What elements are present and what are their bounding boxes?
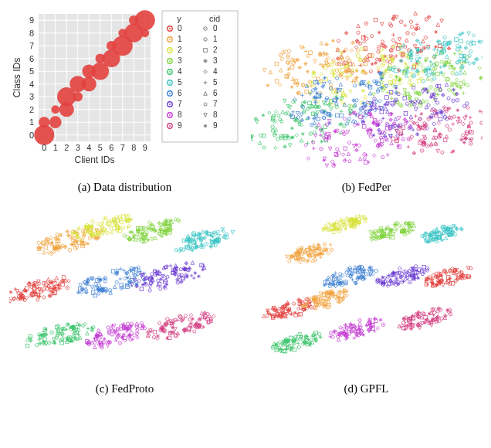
svg-marker-199	[364, 37, 367, 41]
svg-point-3120	[120, 325, 121, 326]
svg-marker-700	[386, 66, 390, 70]
svg-rect-1870	[443, 138, 447, 142]
svg-marker-363	[278, 83, 282, 87]
svg-text:6: 6	[29, 54, 33, 63]
svg-marker-3165	[132, 334, 136, 338]
svg-rect-2893	[111, 270, 115, 273]
caption-d: (d) GPFL	[344, 382, 389, 395]
svg-point-1631	[375, 121, 376, 122]
svg-marker-1779	[461, 122, 465, 126]
svg-text:Class IDs: Class IDs	[12, 58, 22, 97]
svg-point-139	[391, 50, 391, 51]
svg-marker-549	[363, 95, 367, 99]
svg-marker-1886	[46, 277, 50, 281]
svg-marker-1503	[385, 110, 389, 114]
svg-marker-3041	[179, 267, 182, 270]
svg-marker-2257	[120, 220, 123, 223]
svg-marker-2171	[42, 250, 46, 254]
svg-marker-1370	[435, 101, 439, 104]
svg-marker-1530	[346, 131, 350, 134]
svg-marker-1730	[445, 124, 448, 128]
svg-marker-639	[320, 72, 323, 76]
svg-point-1695	[402, 139, 403, 140]
svg-point-2211	[92, 221, 93, 222]
svg-marker-3513	[292, 302, 295, 305]
svg-marker-2929	[115, 280, 118, 284]
svg-point-2494	[49, 342, 49, 343]
svg-marker-3228	[107, 326, 110, 330]
svg-point-1009	[428, 75, 428, 76]
svg-marker-3643	[327, 252, 330, 256]
svg-text:2: 2	[213, 46, 218, 54]
svg-marker-4303	[408, 269, 411, 273]
svg-marker-2545	[85, 331, 89, 335]
svg-point-3515	[281, 308, 282, 309]
svg-point-3865	[378, 230, 379, 231]
svg-marker-1532	[343, 159, 347, 163]
svg-point-1468	[362, 122, 363, 123]
svg-marker-2679	[174, 248, 177, 251]
svg-point-1484	[387, 104, 388, 104]
svg-marker-2070	[55, 232, 58, 236]
svg-marker-3464	[296, 307, 300, 311]
svg-rect-1460	[404, 112, 408, 116]
svg-marker-4186	[344, 281, 347, 285]
svg-marker-2587	[76, 328, 80, 332]
svg-point-1153	[434, 78, 435, 79]
svg-marker-353	[268, 70, 272, 74]
svg-marker-1533	[347, 141, 350, 144]
svg-rect-2160	[44, 246, 48, 249]
svg-marker-182	[439, 19, 443, 23]
svg-marker-135	[410, 25, 413, 29]
svg-point-4463	[382, 324, 383, 325]
svg-marker-200	[391, 39, 395, 42]
svg-marker-3214	[97, 329, 100, 332]
svg-marker-1857	[455, 120, 459, 124]
svg-text:7: 7	[213, 100, 218, 108]
svg-rect-801	[435, 72, 439, 76]
chart-gpfl	[251, 202, 483, 378]
svg-rect-1017	[454, 38, 458, 42]
svg-point-1766	[422, 150, 422, 151]
svg-point-4161	[442, 227, 442, 228]
svg-text:4: 4	[178, 67, 182, 76]
svg-rect-358	[290, 66, 294, 70]
svg-marker-3229	[123, 339, 127, 343]
svg-marker-3339	[192, 330, 195, 333]
svg-marker-2732	[201, 230, 205, 234]
svg-marker-305	[279, 69, 283, 73]
svg-marker-2959	[148, 289, 151, 293]
svg-marker-592	[398, 81, 401, 84]
svg-marker-1301	[372, 80, 375, 83]
svg-point-957	[336, 106, 337, 107]
svg-point-482	[360, 59, 361, 60]
svg-marker-4758	[441, 283, 445, 287]
svg-marker-1546	[397, 117, 401, 120]
svg-point-2622	[72, 339, 73, 340]
svg-point-366	[347, 69, 348, 70]
svg-marker-1036	[466, 32, 470, 36]
svg-marker-1338	[313, 121, 317, 125]
svg-marker-1220	[314, 80, 318, 83]
svg-point-2432	[142, 228, 143, 229]
svg-point-219	[401, 22, 401, 22]
svg-point-2291	[100, 233, 101, 234]
svg-point-3248	[128, 336, 129, 337]
svg-marker-2396	[123, 234, 126, 238]
svg-marker-1645	[311, 141, 314, 144]
svg-point-4511	[330, 332, 331, 333]
svg-marker-1053	[411, 67, 414, 71]
svg-point-3435	[285, 311, 286, 311]
svg-marker-1531	[378, 120, 381, 124]
svg-point-3451	[310, 307, 311, 307]
svg-point-4316	[409, 282, 410, 283]
svg-marker-759	[399, 104, 402, 107]
svg-rect-3035	[140, 287, 144, 291]
svg-rect-1524	[380, 110, 384, 114]
svg-marker-2023	[42, 296, 45, 300]
svg-point-3232	[128, 327, 129, 328]
svg-marker-1794	[448, 128, 451, 132]
svg-point-2464	[129, 239, 130, 239]
svg-marker-1628	[372, 154, 376, 158]
svg-marker-954	[274, 110, 278, 114]
